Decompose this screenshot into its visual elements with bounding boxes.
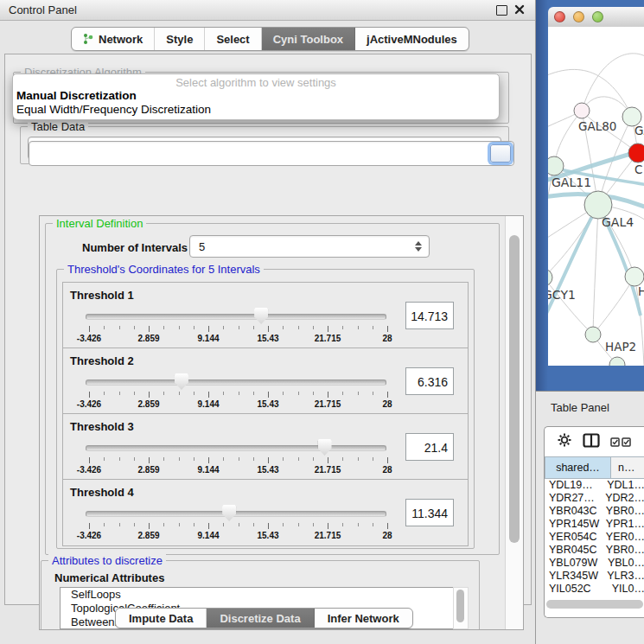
network-thick-edge[interactable] [548,205,598,328]
network-edge[interactable] [548,69,632,117]
network-canvas[interactable]: GAL80GACGAL11GAL4GCY1HHAP2 [548,27,644,366]
cell-name[interactable]: YBR0… [601,544,644,557]
settings-vertical-scrollbar[interactable] [505,216,523,629]
cell-shared-name[interactable]: YER054C [545,531,601,544]
slider-tick [298,326,299,329]
popup-option-equal-width-frequency-discretization[interactable]: Equal Width/Frequency Discretization [13,103,499,117]
popup-option-manual-discretization[interactable]: Manual Discretization [13,89,499,103]
slider-track[interactable] [86,379,386,386]
network-node[interactable] [548,156,564,175]
network-node[interactable] [628,143,644,163]
slider-track[interactable] [86,314,386,320]
network-node[interactable] [548,269,552,286]
cell-shared-name[interactable]: YBR043C [545,505,601,518]
column-header-shared-name[interactable]: shared… [545,456,610,479]
threshold-slider[interactable]: -3.4262.8599.14415.4321.71528 [84,504,388,542]
tab-network[interactable]: Network [72,28,155,50]
tab-infer-network[interactable]: Infer Network [315,609,412,628]
cell-name[interactable]: YER0… [601,531,644,544]
slider-thumb[interactable] [254,308,268,324]
table-row[interactable]: YPR145WYPR1… [545,518,644,531]
select-columns-icon[interactable] [610,437,631,447]
attributes-list-scrollbar[interactable] [453,587,469,629]
slider-tick [283,523,284,526]
table-horizontal-scrollbar[interactable] [546,600,643,609]
scrollbar-thumb[interactable] [509,235,520,543]
cell-shared-name[interactable]: YBL079W [545,557,603,570]
table-row[interactable]: YDR27…YDR2… [545,492,644,505]
slider-tick [268,326,269,332]
algorithm-combobox[interactable] [29,141,514,166]
network-node[interactable] [574,103,590,118]
number-of-intervals-combobox[interactable]: 5 [189,235,430,258]
slider-tick [328,392,328,398]
table-row[interactable]: YLR345WYLR3… [545,570,644,583]
tab-cyni-toolbox[interactable]: Cyni Toolbox [262,28,355,50]
network-edge[interactable] [582,54,644,111]
table-row[interactable]: YBR043CYBR0… [545,505,644,518]
slider-tick [328,523,328,529]
cell-shared-name[interactable]: YIL052C [545,583,607,596]
table-row[interactable]: YIL052CYIL0… [545,583,644,596]
tab-impute-data[interactable]: Impute Data [116,609,207,628]
slider-tick [208,326,209,332]
threshold-value-field[interactable]: 21.4 [405,433,454,461]
slider-tick-label: 15.43 [257,334,278,343]
tab-select[interactable]: Select [205,28,261,50]
slider-tick [358,326,359,329]
network-edge[interactable] [593,277,634,335]
cell-name[interactable]: YIL0… [607,583,644,596]
cell-name[interactable]: YDL1… [602,479,644,492]
tab-jactivemnodules[interactable]: jActiveMNodules [355,28,469,50]
cell-name[interactable]: YBL0… [603,557,644,570]
zoom-traffic-light[interactable] [592,11,603,22]
table-row[interactable]: YBL079WYBL0… [545,557,644,570]
network-node[interactable] [625,267,644,286]
table-row[interactable]: YDL19…YDL1… [545,479,644,492]
network-edge[interactable] [548,277,593,335]
combo-dropdown-button[interactable] [490,144,511,163]
cell-name[interactable]: YPR1… [601,518,644,531]
cell-shared-name[interactable]: YLR345W [545,570,602,583]
gear-icon[interactable] [557,432,572,451]
threshold-value-field[interactable]: 6.316 [405,367,454,395]
threshold-slider[interactable]: -3.4262.8599.14415.4321.71528 [84,307,388,345]
table-data-group-title: Table Data [28,120,88,133]
cell-name[interactable]: YBR0… [601,505,644,518]
tab-style[interactable]: Style [155,28,205,50]
close-traffic-light[interactable] [554,11,565,22]
network-edge[interactable] [593,205,598,335]
slider-thumb[interactable] [222,505,236,521]
cell-shared-name[interactable]: YPR145W [545,518,601,531]
slider-thumb[interactable] [318,439,332,456]
slider-tick [89,392,90,398]
attribute-item-selfloops[interactable]: SelfLoops [61,588,453,602]
cell-name[interactable]: YLR3… [602,570,644,583]
table-row[interactable]: YER054CYER0… [545,531,644,544]
column-header-name[interactable]: n… [610,456,644,479]
tab-discretize-data[interactable]: Discretize Data [207,609,314,628]
table-row[interactable]: YBR045CYBR0… [545,544,644,557]
cell-shared-name[interactable]: YDR27… [545,492,600,505]
network-node[interactable] [585,327,601,342]
slider-thumb[interactable] [175,373,188,390]
threshold-slider[interactable]: -3.4262.8599.14415.4321.71528 [84,373,388,411]
cell-shared-name[interactable]: YBR045C [545,544,601,557]
float-window-icon[interactable] [496,5,507,16]
minimize-traffic-light[interactable] [573,11,584,22]
combo-stepper-icon[interactable] [412,241,424,252]
cyni-bottom-tabbar: Impute DataDiscretize DataInfer Network [115,608,413,628]
threshold-value-field[interactable]: 11.344 [405,499,454,526]
table-mode-columns-icon[interactable] [583,433,600,451]
scrollbar-thumb[interactable] [456,590,464,622]
threshold-slider[interactable]: -3.4262.8599.14415.4321.71528 [84,438,388,476]
cell-name[interactable]: YDR2… [600,492,644,505]
threshold-value-field[interactable]: 14.713 [405,302,454,329]
slider-track[interactable] [86,445,386,451]
slider-tick [283,392,284,395]
algorithm-popup-prompt: Select algorithm to view settings [13,74,499,89]
slider-tick [239,392,239,395]
cell-shared-name[interactable]: YDL19… [545,479,602,492]
slider-tick-label: 9.144 [197,531,219,540]
close-icon[interactable] [514,4,525,15]
